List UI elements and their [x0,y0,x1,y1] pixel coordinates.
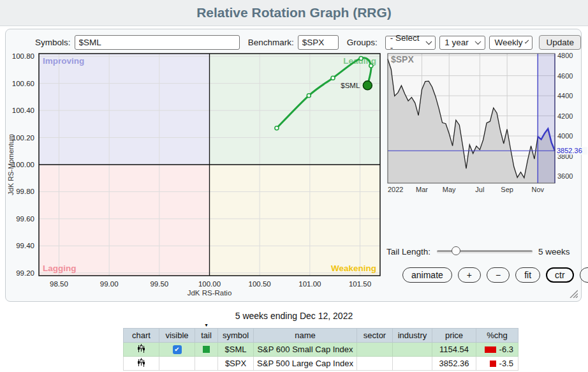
symbols-table-header: chartvisibletail▾symbolnamesectorindustr… [124,329,518,343]
rrg-tail-marker [331,76,335,80]
chart-buttons: animate+−fitctrmax [402,267,588,283]
spx-x-tick-label: Mar [416,186,428,193]
sector-cell [357,343,393,357]
max-button[interactable]: max [580,267,588,283]
spx-y-tick-label: 4200 [557,112,573,120]
frequency-select-value: Weekly [494,38,522,47]
table-row-sml[interactable]: ✔$SMLS&P 600 Small Cap Index1154.54-6.3 [124,343,518,357]
visible-cell[interactable]: ✔ [159,343,195,357]
sector-cell [357,357,393,371]
x-tick-label: 98.50 [50,280,68,288]
price-cell: 3852.36 [432,357,476,371]
rrg-symbol-label: $SML [341,82,360,89]
spx-x-tick-label: Nov [531,186,544,193]
tail-color-swatch [203,346,210,353]
industry-cell [393,343,432,357]
chart-cell[interactable] [124,343,159,357]
rrg-panel: Symbols: Benchmark: Groups: - Select - 1… [5,29,582,302]
spx-x-tick-label: 2022 [388,186,403,193]
fit-button[interactable]: fit [515,267,540,283]
y-tick-label: 99.80 [16,188,34,195]
y-tick-label: 99.60 [16,215,34,223]
price-cell: 1154.54 [432,343,476,357]
visible-checkbox[interactable]: ✔ [173,345,182,354]
x-axis-title: JdK RS-Ratio [187,289,232,297]
spx-chart-title: $SPX [391,54,414,64]
spx-last-price-label: 3852.36 [557,147,582,154]
column-header-price[interactable]: price [432,329,476,343]
industry-cell [393,357,432,371]
tail-cell[interactable] [195,343,218,357]
symbols-table: chartvisibletail▾symbolnamesectorindustr… [123,328,518,371]
quadrant-label: Weakening [331,264,376,273]
page-header: Relative Rotation Graph (RRG) [0,0,588,26]
x-tick-label: 101.50 [349,280,371,288]
quadrant-improving [39,54,210,165]
update-button[interactable]: Update [539,35,581,50]
tail-cell[interactable] [195,357,218,371]
period-caption: 5 weeks ending Dec 12, 2022 [0,311,588,321]
animate-button[interactable]: animate [402,267,452,283]
symbols-label: Symbols: [35,38,71,47]
spx-y-tick-label: 4400 [557,92,573,100]
x-tick-label: 99.50 [150,280,168,288]
visible-cell[interactable] [159,357,195,371]
tail-length-label: Tail Length: [386,247,430,257]
center-button[interactable]: ctr [546,267,574,283]
tail-length-slider[interactable] [437,246,533,257]
pct-chg-cell: -6.3 [476,343,518,357]
column-header-chart[interactable]: chart [124,329,159,343]
chart-cell[interactable] [124,357,159,371]
benchmark-input[interactable] [298,35,339,50]
zoom-out-button[interactable]: − [487,267,510,283]
quadrant-label: Improving [43,56,84,66]
quadrant-weakening [210,165,381,276]
spx-x-tick-label: Jul [475,186,484,193]
slider-thumb[interactable] [452,246,460,255]
symbol-cell: $SPX [218,357,254,371]
rrg-page: Relative Rotation Graph (RRG) Symbols: B… [0,0,588,372]
rrg-tail-marker [307,94,311,98]
y-tick-label: 100.60 [12,80,34,87]
benchmark-label: Benchmark: [248,38,294,47]
toolbar: Symbols: Benchmark: Groups: - Select - 1… [6,35,581,50]
column-header-pctchg[interactable]: %chg [476,329,518,343]
spx-y-tick-label: 4000 [557,132,573,140]
y-tick-label: 100.00 [12,161,34,168]
column-header-symbol[interactable]: symbol [218,329,254,343]
zoom-in-button[interactable]: + [458,267,481,283]
chevron-down-icon [525,40,529,43]
groups-select[interactable]: - Select - [385,36,436,50]
y-tick-label: 100.80 [12,52,34,60]
resize-handle-icon[interactable] [568,288,578,298]
candlestick-chart-icon[interactable] [137,358,145,367]
y-tick-label: 99.40 [16,242,34,249]
column-header-visible[interactable]: visible [159,329,195,343]
frequency-select[interactable]: Weekly [489,36,533,50]
rrg-tail-marker [359,56,363,60]
column-header-sector[interactable]: sector [357,329,393,343]
candlestick-chart-icon[interactable] [137,344,145,353]
rrg-head-marker [363,81,372,90]
y-tick-label: 100.40 [12,107,34,114]
x-tick-label: 101.00 [298,280,321,288]
chevron-down-icon [425,38,432,45]
rrg-tail-marker [369,64,373,68]
period-select[interactable]: 1 year [439,36,485,50]
pct-chg-bar [485,346,496,353]
spx-y-tick-label: 4800 [557,52,573,59]
quadrant-lagging [39,165,210,276]
column-header-industry[interactable]: industry [393,329,432,343]
spx-x-tick-label: May [443,186,456,193]
column-header-tail[interactable]: tail▾ [195,329,218,343]
groups-label: Groups: [347,38,378,47]
pct-chg-value: -6.3 [499,345,513,354]
benchmark-chart: 36003800400042004400460048002022MarMayJu… [383,50,588,198]
symbol-cell: $SML [218,343,254,357]
table-row-spx[interactable]: $SPXS&P 500 Large Cap Index3852.36-3.5 [124,357,518,371]
name-cell: S&P 600 Small Cap Index [254,343,357,357]
column-header-name[interactable]: name [254,329,357,343]
sort-indicator-icon: ▾ [205,322,207,328]
symbols-input[interactable] [75,35,240,50]
spx-y-tick-label: 4600 [557,72,573,80]
